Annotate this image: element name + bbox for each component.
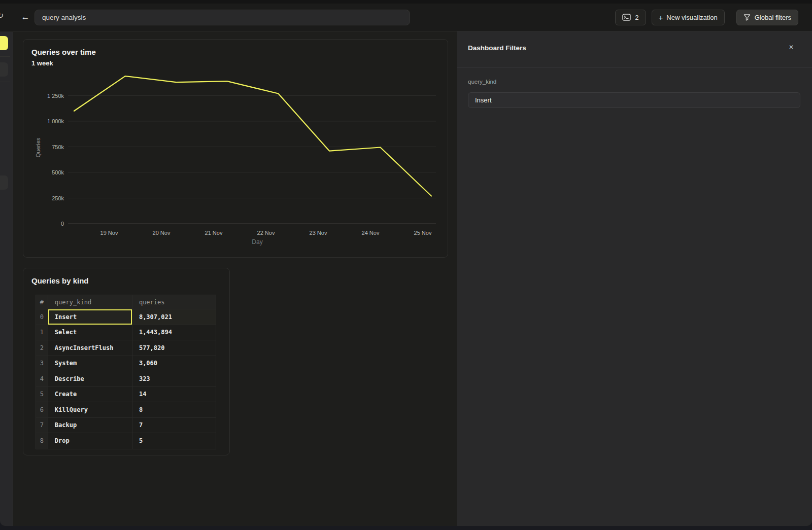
y-axis-title: Queries [35, 137, 41, 157]
row-index-cell: 7 [36, 418, 48, 434]
panel-divider [457, 67, 812, 67]
x-axis-tick-label: 20 Nov [153, 230, 171, 236]
close-button[interactable]: ✕ [786, 42, 796, 52]
table-row: 7Backup7 [36, 418, 216, 434]
column-header-index[interactable]: # [36, 295, 48, 309]
table-row: 3System3,060 [36, 356, 216, 372]
x-axis-tick-label: 21 Nov [205, 230, 223, 236]
x-axis-title: Day [252, 238, 262, 245]
row-index-cell: 1 [36, 325, 48, 341]
line-chart: 1 250k1 000k750k500k250k019 Nov20 Nov21 … [23, 40, 449, 258]
plus-icon: + [659, 13, 663, 22]
global-filters-label: Global filters [755, 14, 791, 21]
y-axis-tick-label: 0 [61, 221, 64, 227]
table-row: 4Describe323 [36, 371, 216, 387]
table-row: 6KillQuery8 [36, 402, 216, 418]
sidebar [0, 32, 13, 526]
close-icon: ✕ [789, 44, 794, 51]
table-row: 1Select1,443,894 [36, 325, 216, 341]
x-axis-tick-label: 19 Nov [100, 230, 118, 236]
funnel-icon [743, 14, 751, 21]
column-header-query-kind[interactable]: query_kind [48, 295, 132, 309]
chart-card-queries-over-time: Queries over time 1 week 1 250k1 000k750… [23, 39, 448, 258]
query-kind-cell[interactable]: AsyncInsertFlush [48, 340, 132, 356]
query-kind-filter-input[interactable] [468, 92, 800, 108]
queries-cell[interactable]: 577,820 [132, 340, 216, 356]
query-tabs-button[interactable]: 2 [615, 10, 646, 25]
query-kind-cell[interactable]: Select [48, 325, 132, 341]
queries-cell[interactable]: 5 [132, 433, 216, 449]
new-visualization-button[interactable]: + New visualization [652, 10, 725, 25]
query-kind-cell[interactable]: Create [48, 387, 132, 403]
arrow-left-icon: ← [21, 12, 30, 22]
row-index-cell: 8 [36, 433, 48, 449]
chart-series-line[interactable] [74, 76, 431, 196]
results-table: # query_kind queries 0Insert8,307,0211Se… [36, 295, 216, 449]
queries-cell[interactable]: 7 [132, 418, 216, 434]
table-row: 0Insert8,307,021 [36, 309, 216, 325]
filter-field-label: query_kind [468, 79, 496, 85]
table-title: Queries by kind [31, 276, 89, 285]
query-kind-cell[interactable]: Insert [48, 309, 132, 325]
sidebar-item[interactable] [0, 175, 8, 190]
y-axis-tick-label: 1 000k [47, 118, 64, 124]
table-row: 8Drop5 [36, 433, 216, 449]
x-axis-tick-label: 25 Nov [414, 230, 432, 236]
back-button[interactable]: ← [20, 12, 31, 23]
dashboard-title-input[interactable] [35, 10, 410, 25]
new-visualization-label: New visualization [666, 14, 717, 21]
app-window: ↻ ← 2 + New visualization [0, 0, 812, 526]
topbar: ↻ ← 2 + New visualization [0, 4, 812, 31]
query-kind-cell[interactable]: Describe [48, 371, 132, 387]
x-axis-tick-label: 24 Nov [362, 230, 380, 236]
window-top-edge [0, 0, 812, 4]
x-axis-tick-label: 23 Nov [310, 230, 327, 236]
y-axis-tick-label: 500k [52, 169, 64, 175]
queries-cell[interactable]: 8 [132, 402, 216, 418]
filters-panel-title: Dashboard Filters [468, 44, 526, 52]
dashboard-canvas: Queries over time 1 week 1 250k1 000k750… [13, 31, 457, 526]
table-row: 5Create14 [36, 387, 216, 403]
row-index-cell: 3 [36, 356, 48, 372]
row-index-cell: 0 [36, 309, 48, 325]
sidebar-item[interactable] [0, 62, 8, 77]
query-kind-cell[interactable]: Backup [48, 418, 132, 434]
y-axis-tick-label: 250k [52, 195, 64, 201]
query-kind-cell[interactable]: Drop [48, 433, 132, 449]
queries-cell[interactable]: 8,307,021 [132, 309, 216, 325]
queries-cell[interactable]: 323 [132, 371, 216, 387]
query-kind-cell[interactable]: KillQuery [48, 402, 132, 418]
refresh-icon[interactable]: ↻ [0, 11, 4, 20]
queries-cell[interactable]: 3,060 [132, 356, 216, 372]
sidebar-divider [0, 56, 10, 57]
query-tabs-count: 2 [635, 14, 638, 21]
y-axis-tick-label: 1 250k [47, 93, 64, 99]
table-row: 2AsyncInsertFlush577,820 [36, 340, 216, 356]
table-header-row: # query_kind queries [36, 295, 216, 309]
row-index-cell: 6 [36, 402, 48, 418]
queries-cell[interactable]: 1,443,894 [132, 325, 216, 341]
x-axis-tick-label: 22 Nov [257, 230, 275, 236]
queries-cell[interactable]: 14 [132, 387, 216, 403]
row-index-cell: 5 [36, 387, 48, 403]
column-header-queries[interactable]: queries [132, 295, 216, 309]
console-icon [622, 14, 631, 21]
row-index-cell: 2 [36, 340, 48, 356]
table-card-queries-by-kind: Queries by kind # query_kind queries 0In… [23, 268, 230, 455]
global-filters-button[interactable]: Global filters [736, 10, 798, 25]
query-kind-cell[interactable]: System [48, 356, 132, 372]
y-axis-tick-label: 750k [52, 144, 64, 150]
row-index-cell: 4 [36, 371, 48, 387]
dashboard-filters-panel: Dashboard Filters ✕ query_kind [457, 31, 812, 526]
sidebar-divider [0, 82, 10, 82]
sidebar-item-active[interactable] [0, 36, 8, 50]
